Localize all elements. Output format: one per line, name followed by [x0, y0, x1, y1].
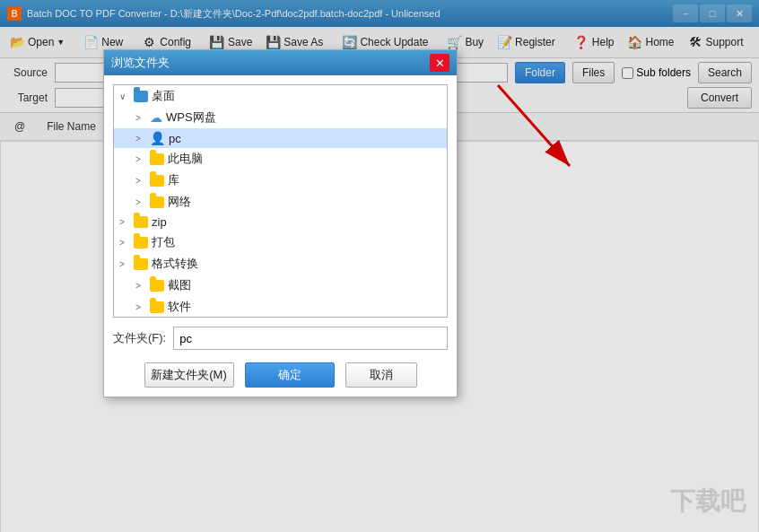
- folder-icon: [150, 301, 164, 313]
- person-icon: 👤: [150, 131, 165, 145]
- dialog-close-button[interactable]: ✕: [430, 54, 449, 72]
- expand-arrow: >: [135, 197, 146, 207]
- folder-blue-icon: [134, 91, 148, 102]
- dialog-body: ∨ 桌面> ☁ WPS网盘> 👤 pc> 此电脑> 库> 网络> zip> 打包…: [104, 75, 457, 397]
- folder-input-row: 文件夹(F):: [113, 327, 448, 350]
- expand-arrow: >: [119, 217, 130, 227]
- expand-arrow: >: [119, 259, 130, 269]
- browse-folder-dialog: 浏览文件夹 ✕ ∨ 桌面> ☁ WPS网盘> 👤 pc> 此电脑> 库> 网络>…: [103, 49, 458, 397]
- expand-arrow: >: [135, 176, 146, 186]
- tree-item-label: 打包: [152, 234, 175, 250]
- tree-item-screenshot[interactable]: > 截图: [114, 275, 447, 296]
- tree-item-format-convert[interactable]: > 格式转换: [114, 253, 447, 275]
- ok-button[interactable]: 确定: [245, 362, 335, 388]
- folder-input[interactable]: [173, 327, 448, 350]
- expand-arrow: >: [135, 134, 146, 144]
- tree-item-pc[interactable]: > 👤 pc: [114, 128, 447, 148]
- tree-item-label: 此电脑: [168, 151, 203, 167]
- tree-item-wps[interactable]: > ☁ WPS网盘: [114, 107, 447, 128]
- tree-item-desktop[interactable]: ∨ 桌面: [114, 85, 447, 107]
- tree-item-label: 软件: [168, 299, 191, 315]
- expand-arrow: >: [135, 302, 146, 312]
- folder-icon: [134, 258, 148, 270]
- expand-arrow: >: [135, 281, 146, 291]
- expand-arrow: ∨: [119, 92, 130, 101]
- folder-icon: [150, 175, 164, 187]
- dialog-overlay: 浏览文件夹 ✕ ∨ 桌面> ☁ WPS网盘> 👤 pc> 此电脑> 库> 网络>…: [0, 0, 759, 532]
- tree-item-network[interactable]: > 网络: [114, 191, 447, 213]
- folder-icon: [150, 196, 164, 208]
- new-folder-button[interactable]: 新建文件夹(M): [144, 362, 234, 388]
- tree-item-label: 桌面: [152, 88, 175, 104]
- folder-input-label: 文件夹(F):: [113, 330, 166, 346]
- folder-icon: [134, 216, 148, 228]
- tree-item-label: pc: [169, 132, 181, 145]
- tree-item-zip[interactable]: > zip: [114, 213, 447, 231]
- tree-item-library[interactable]: > 库: [114, 170, 447, 191]
- tree-item-label: 网络: [168, 194, 191, 210]
- tree-item-label: WPS网盘: [166, 109, 216, 126]
- dialog-title-bar: 浏览文件夹 ✕: [104, 50, 457, 75]
- expand-arrow: >: [119, 238, 130, 248]
- tree-item-this-pc[interactable]: > 此电脑: [114, 148, 447, 170]
- tree-item-label: 截图: [168, 277, 191, 293]
- folder-icon: [134, 237, 148, 249]
- folder-tree[interactable]: ∨ 桌面> ☁ WPS网盘> 👤 pc> 此电脑> 库> 网络> zip> 打包…: [113, 84, 448, 318]
- tree-item-label: 库: [168, 172, 179, 188]
- tree-item-label: zip: [152, 215, 167, 229]
- tree-item-label: 格式转换: [152, 256, 198, 272]
- expand-arrow: >: [135, 113, 146, 123]
- tree-item-software[interactable]: > 软件: [114, 296, 447, 318]
- folder-icon: [150, 153, 164, 165]
- cancel-button[interactable]: 取消: [345, 362, 417, 388]
- cloud-icon: ☁: [150, 110, 162, 125]
- tree-item-pack[interactable]: > 打包: [114, 231, 447, 253]
- folder-icon: [150, 280, 164, 292]
- expand-arrow: >: [135, 154, 146, 164]
- dialog-title: 浏览文件夹: [111, 55, 430, 71]
- dialog-buttons: 新建文件夹(M) 确定 取消: [113, 362, 448, 388]
